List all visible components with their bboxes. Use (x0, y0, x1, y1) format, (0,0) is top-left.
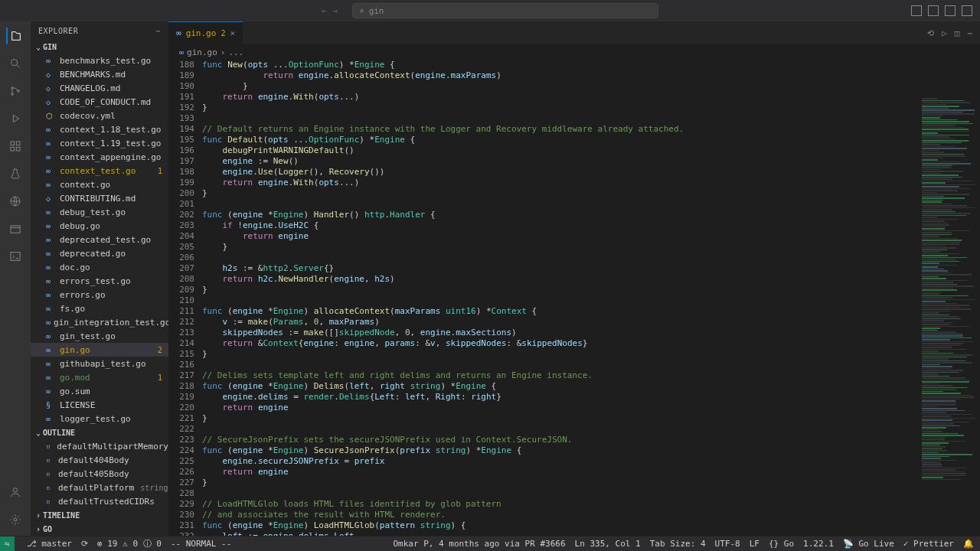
file-item[interactable]: ◇BENCHMARKS.md (31, 67, 168, 81)
test-icon[interactable] (7, 165, 24, 182)
explorer-more-icon[interactable]: ⋯ (155, 27, 161, 35)
file-name: errors.go (60, 290, 106, 300)
encoding-button[interactable]: UTF-8 (715, 539, 740, 549)
command-center[interactable]: ⌕ gin (352, 3, 658, 18)
lang-button[interactable]: {} Go (769, 539, 794, 549)
outline-item[interactable]: ▫defaultMultipartMemory (31, 439, 168, 453)
folder-icon[interactable] (7, 220, 24, 237)
project-section[interactable]: ⌄ GIN (31, 40, 168, 54)
file-item[interactable]: ∞errors_test.go (31, 274, 168, 288)
file-item[interactable]: ∞doc.go (31, 260, 168, 274)
split-icon[interactable]: ◫ (955, 28, 960, 38)
notifications-icon[interactable]: 🔔 (963, 539, 974, 549)
outline-title: OUTLINE (43, 429, 75, 437)
remote-button[interactable]: ⇋ (0, 536, 15, 552)
go-live-button[interactable]: 📡 Go Live (843, 539, 894, 549)
chevron-right-icon: › (34, 511, 43, 520)
file-item[interactable]: ∞gin_integration_test.go (31, 315, 168, 329)
back-icon[interactable]: ← (322, 6, 327, 16)
file-icon: ◇ (46, 194, 57, 203)
remote-icon[interactable] (7, 193, 24, 210)
symbol-name: defaultMultipartMemory (57, 442, 168, 452)
file-icon: ∞ (46, 222, 57, 230)
file-name: context_appengine.go (60, 152, 161, 162)
file-item[interactable]: ∞go.sum (31, 384, 168, 398)
file-item[interactable]: ∞errors.go (31, 288, 168, 302)
file-item[interactable]: ∞deprecated_test.go (31, 233, 168, 246)
file-name: go.mod (60, 373, 90, 383)
file-item[interactable]: ∞logger_test.go (31, 412, 168, 425)
file-item[interactable]: ◇CODE_OF_CONDUCT.md (31, 95, 168, 109)
code-lines[interactable]: func New(opts ...OptionFunc) *Engine { r… (202, 60, 980, 536)
file-item[interactable]: ∞githubapi_test.go (31, 357, 168, 370)
git-blame[interactable]: Omkar P, 4 months ago via PR #3666 (393, 539, 565, 549)
vim-mode: -- NORMAL -- (171, 539, 232, 549)
layout-left-icon[interactable] (911, 5, 922, 16)
settings-icon[interactable] (7, 511, 24, 528)
file-name: errors_test.go (60, 276, 131, 286)
close-icon[interactable]: × (230, 28, 235, 38)
file-icon: ∞ (46, 236, 57, 244)
prettier-button[interactable]: ✓ Prettier (903, 539, 954, 549)
file-item[interactable]: ∞context_appengine.go (31, 150, 168, 164)
symbol-name: defaultPlatform (58, 483, 134, 493)
cursor-position[interactable]: Ln 335, Col 1 (575, 539, 641, 549)
more-icon[interactable]: ⋯ (967, 28, 972, 38)
debug-icon[interactable] (7, 110, 24, 127)
code-area[interactable]: 1881891901911921931941951961971981992002… (168, 60, 980, 536)
explorer-icon[interactable] (6, 28, 23, 44)
file-item[interactable]: ∞context_test.go1 (31, 164, 168, 178)
file-item[interactable]: ∞gin.go2 (31, 343, 168, 357)
file-item[interactable]: ∞deprecated.go (31, 246, 168, 260)
file-name: codecov.yml (60, 111, 116, 121)
file-name: gin_test.go (60, 331, 116, 341)
run-icon[interactable]: ▷ (942, 28, 947, 38)
layout-right-icon[interactable] (945, 5, 956, 16)
file-item[interactable]: ∞debug_test.go (31, 205, 168, 219)
terminal-icon[interactable] (7, 248, 24, 265)
breadcrumb[interactable]: ∞ gin.go › ... (168, 44, 980, 60)
layout-bottom-icon[interactable] (928, 5, 939, 16)
scm-icon[interactable] (7, 83, 24, 99)
timeline-section[interactable]: › TIMELINE (31, 508, 168, 522)
layout-full-icon[interactable] (962, 5, 972, 16)
file-name: debug.go (60, 221, 100, 231)
file-item[interactable]: ∞context_1.18_test.go (31, 122, 168, 136)
outline-item[interactable]: ▫defaultTrustedCIDRs (31, 494, 168, 508)
problems-button[interactable]: ⊗ 19 ⚠ 0 ⓘ 0 (97, 538, 162, 549)
account-icon[interactable] (7, 484, 24, 500)
search-icon[interactable] (7, 55, 24, 72)
go-section[interactable]: › GO (31, 522, 168, 536)
run-last-icon[interactable]: ⟲ (927, 28, 934, 38)
file-item[interactable]: ∞debug.go (31, 219, 168, 233)
outline-item[interactable]: ▫default405Body (31, 467, 168, 481)
eol-button[interactable]: LF (750, 539, 760, 549)
outline-item[interactable]: ▫defaultPlatformstring (31, 481, 168, 494)
indent-button[interactable]: Tab Size: 4 (650, 539, 706, 549)
outline-item[interactable]: ▫default404Body (31, 453, 168, 467)
file-item[interactable]: ∞benchmarks_test.go (31, 54, 168, 67)
tab-gin-go[interactable]: ∞ gin.go 2 × (168, 21, 243, 44)
file-name: context_test.go (60, 166, 136, 176)
minimap[interactable] (919, 98, 980, 536)
sync-button[interactable]: ⟳ (81, 539, 88, 549)
svg-point-0 (11, 60, 18, 66)
file-item[interactable]: ⬡codecov.yml (31, 109, 168, 122)
go-version[interactable]: 1.22.1 (803, 539, 834, 549)
forward-icon[interactable]: → (333, 6, 338, 16)
file-item[interactable]: ◇CHANGELOG.md (31, 81, 168, 95)
file-icon: ◇ (46, 84, 57, 93)
file-item[interactable]: ∞gin_test.go (31, 329, 168, 343)
nav-buttons: ← → (322, 6, 338, 16)
file-name: deprecated.go (60, 249, 126, 259)
file-item[interactable]: ∞fs.go (31, 302, 168, 315)
file-item[interactable]: ◇CONTRIBUTING.md (31, 191, 168, 205)
extensions-icon[interactable] (7, 138, 24, 155)
outline-section[interactable]: ⌄ OUTLINE (31, 425, 168, 439)
symbol-icon: ▫ (46, 497, 55, 505)
file-item[interactable]: ∞context.go (31, 178, 168, 191)
file-item[interactable]: §LICENSE (31, 398, 168, 412)
file-item[interactable]: ∞go.mod1 (31, 370, 168, 384)
file-item[interactable]: ∞context_1.19_test.go (31, 136, 168, 150)
branch-button[interactable]: ⎇ master (27, 539, 72, 549)
